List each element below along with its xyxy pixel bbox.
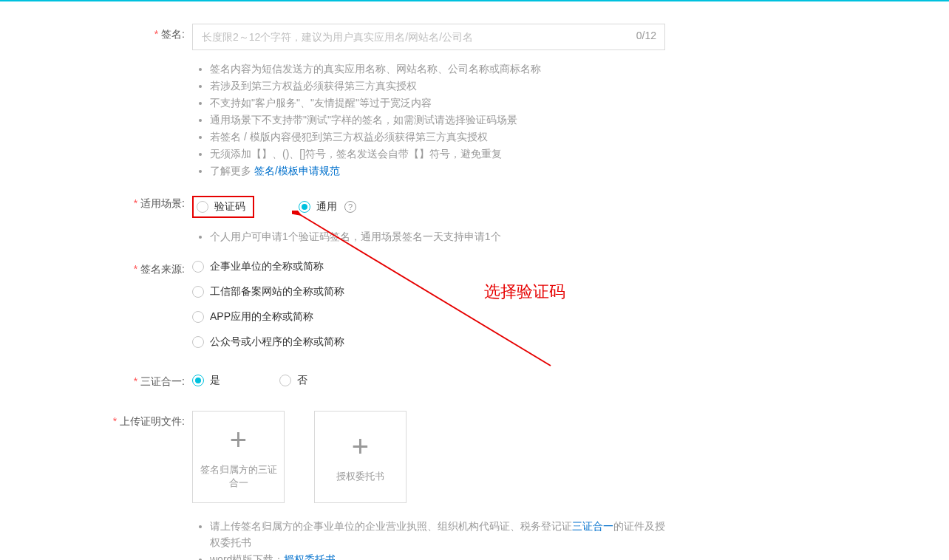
label-upload: *上传证明文件: (103, 411, 192, 428)
row-three-cert: *三证合一: 是 否 (103, 371, 843, 389)
link-signature-spec[interactable]: 签名/模板申请规范 (254, 165, 340, 177)
radio-source-app[interactable]: APP应用的全称或简称 (192, 310, 843, 324)
radio-scene-general[interactable]: 通用 ? (299, 196, 356, 218)
highlight-box-verify: 验证码 (192, 196, 254, 218)
label-source: *签名来源: (103, 259, 192, 276)
char-counter: 0/12 (627, 30, 656, 41)
required-asterisk: * (134, 375, 137, 387)
required-asterisk: * (134, 197, 137, 209)
link-three-cert[interactable]: 三证合一 (572, 520, 613, 532)
radio-threecert-no[interactable]: 否 (279, 374, 307, 387)
label-three-cert: *三证合一: (103, 371, 192, 389)
radio-threecert-yes[interactable]: 是 (192, 374, 220, 387)
annotation-text: 选择验证码 (484, 281, 565, 303)
link-word-template[interactable]: 授权委托书 (284, 553, 336, 560)
row-signature: *签名: 0/12 签名内容为短信发送方的真实应用名称、网站名称、公司名称或商标… (103, 24, 843, 180)
scene-hints: 个人用户可申请1个验证码签名，通用场景签名一天支持申请1个 (192, 228, 843, 245)
radio-icon (279, 375, 291, 386)
row-scene: *适用场景: 验证码 通用 ? 个人用户可申请1个验证码签名，通用场景签名一天支… (103, 193, 843, 245)
label-scene: *适用场景: (103, 193, 192, 211)
radio-icon (192, 261, 204, 273)
required-asterisk: * (113, 415, 117, 427)
row-upload: *上传证明文件: + 签名归属方的三证合一 + 授权委托书 请上传签名归属方的企… (103, 411, 843, 560)
radio-source-wechat[interactable]: 公众号或小程序的全称或简称 (192, 335, 843, 349)
signature-input[interactable] (192, 24, 665, 50)
label-signature: *签名: (103, 24, 192, 41)
radio-icon (197, 201, 208, 213)
radio-icon (192, 311, 204, 323)
radio-scene-verify[interactable]: 验证码 (197, 200, 245, 214)
radio-icon (192, 375, 204, 386)
radio-icon (192, 336, 204, 348)
radio-source-enterprise[interactable]: 企事业单位的全称或简称 (192, 260, 843, 273)
required-asterisk: * (134, 263, 137, 275)
radio-icon (299, 201, 310, 213)
upload-three-cert[interactable]: + 签名归属方的三证合一 (192, 411, 285, 503)
plus-icon: + (230, 425, 247, 454)
plus-icon: + (352, 431, 369, 461)
upload-auth-letter[interactable]: + 授权委托书 (314, 411, 407, 503)
signature-hints: 签名内容为短信发送方的真实应用名称、网站名称、公司名称或商标名称 若涉及到第三方… (192, 61, 843, 179)
required-asterisk: * (154, 28, 158, 40)
row-source: *签名来源: 企事业单位的全称或简称 工信部备案网站的全称或简称 APP应用的全… (103, 259, 843, 349)
radio-icon (192, 286, 204, 298)
help-icon[interactable]: ? (344, 201, 356, 213)
upload-hints: 请上传签名归属方的企事业单位的企业营业执照、组织机构代码证、税务登记证三证合一的… (192, 518, 665, 560)
